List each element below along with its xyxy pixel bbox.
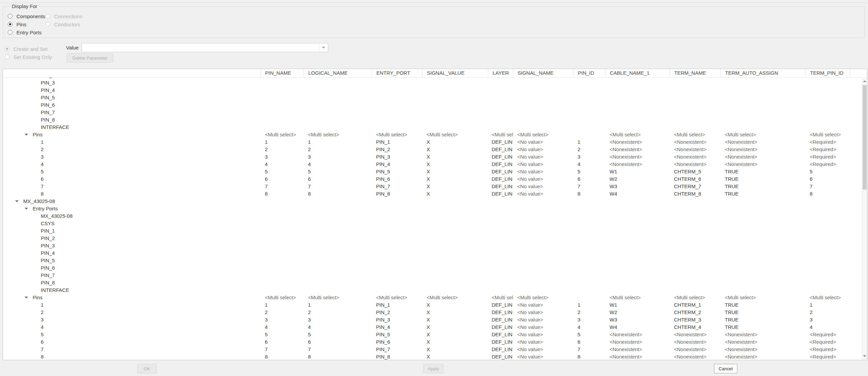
table-row[interactable]: Pins<Multi select><Multi select><Multi s… (3, 131, 862, 138)
cell-cable_name_1[interactable]: <Nonexistent> (605, 146, 670, 153)
cell-cable_name_1[interactable]: W1 (605, 301, 670, 309)
tree-node-label[interactable]: Pins (33, 131, 42, 138)
cell-pin_id[interactable]: 4 (573, 161, 605, 168)
tree-node-label[interactable]: PIN_7 (41, 272, 55, 279)
cell-pin_name[interactable]: 6 (260, 175, 304, 183)
cell-signal_name[interactable]: <No value> (513, 146, 573, 153)
cell-logical_name[interactable]: 4 (304, 161, 372, 168)
cell-term_pin_id[interactable]: <Required> (805, 338, 850, 346)
cell-layer[interactable]: DEF_LINES (488, 190, 513, 198)
tree-row[interactable]: PIN_7 (3, 109, 862, 116)
cell-pin_name[interactable]: 2 (260, 309, 304, 316)
cell-term_name[interactable]: CHTERM_4 (670, 323, 720, 331)
cell-cable_name_1[interactable]: <Nonexistent> (605, 338, 670, 346)
tree-node-label[interactable]: PIN_4 (41, 249, 55, 257)
cell-entry_port[interactable]: PIN_8 (372, 190, 422, 198)
cell-logical_name[interactable]: <Multi select> (304, 131, 372, 138)
cell-term_name[interactable]: <Nonexistent> (670, 161, 720, 168)
column-header-layer[interactable]: LAYER (488, 69, 513, 77)
tree-node-label[interactable]: 7 (41, 346, 43, 353)
cell-term_name[interactable]: <Nonexistent> (670, 331, 720, 338)
cell-entry_port[interactable]: PIN_7 (372, 183, 422, 190)
cell-signal_value[interactable]: X (422, 183, 488, 190)
cell-term_auto_assign[interactable]: <Nonexistent> (720, 161, 805, 168)
tree-row[interactable]: PIN_7 (3, 272, 862, 279)
cell-term_name[interactable]: CHTERM_2 (670, 309, 720, 316)
cell-logical_name[interactable]: 7 (304, 346, 372, 353)
table-row[interactable]: 111PIN_1XDEF_LINES<No value>1<Nonexisten… (3, 138, 862, 146)
cell-layer[interactable]: DEF_LINES (488, 316, 513, 323)
cell-term_auto_assign[interactable]: <Nonexistent> (720, 331, 805, 338)
cell-term_pin_id[interactable]: <Multi select> (805, 294, 850, 301)
cell-signal_value[interactable]: X (422, 331, 488, 338)
cell-cable_name_1[interactable]: W1 (605, 168, 670, 175)
cell-logical_name[interactable]: 7 (304, 183, 372, 190)
cell-pin_id[interactable]: 6 (573, 338, 605, 346)
cell-entry_port[interactable]: PIN_3 (372, 316, 422, 323)
cell-signal_name[interactable]: <No value> (513, 338, 573, 346)
tree-node-label[interactable]: 8 (41, 353, 43, 360)
cell-term_pin_id[interactable]: <Multi select> (805, 131, 850, 138)
cell-signal_name[interactable]: <No value> (513, 183, 573, 190)
tree-expand-icon[interactable] (25, 208, 28, 210)
cell-signal_name[interactable]: <No value> (513, 175, 573, 183)
column-header-signal_value[interactable]: SIGNAL_VALUE (422, 69, 488, 77)
cell-logical_name[interactable]: 5 (304, 331, 372, 338)
cell-entry_port[interactable]: PIN_2 (372, 309, 422, 316)
cell-layer[interactable]: DEF_LINES (488, 168, 513, 175)
tree-node-label[interactable]: PIN_3 (41, 79, 55, 87)
tree-row[interactable]: PIN_8 (3, 116, 862, 124)
cell-pin_id[interactable]: 4 (573, 323, 605, 331)
table-row[interactable]: 222PIN_2XDEF_LINES<No value>2W2CHTERM_2T… (3, 309, 862, 316)
cell-entry_port[interactable]: PIN_8 (372, 353, 422, 360)
cell-pin_name[interactable]: 6 (260, 338, 304, 346)
tree-node-label[interactable]: PIN_4 (41, 87, 55, 94)
cell-layer[interactable]: DEF_LINES (488, 146, 513, 153)
column-header-term_name[interactable]: TERM_NAME (670, 69, 720, 77)
cell-pin_id[interactable]: 7 (573, 183, 605, 190)
cell-term_name[interactable]: <Multi select> (670, 131, 720, 138)
cell-pin_name[interactable]: 5 (260, 331, 304, 338)
cell-term_auto_assign[interactable]: <Nonexistent> (720, 153, 805, 161)
tree-node-label[interactable]: 1 (41, 301, 43, 309)
cell-term_name[interactable]: CHTERM_1 (670, 301, 720, 309)
cell-pin_name[interactable]: <Multi select> (260, 294, 304, 301)
cell-pin_id[interactable]: 5 (573, 331, 605, 338)
table-row[interactable]: Pins<Multi select><Multi select><Multi s… (3, 294, 862, 301)
table-row[interactable]: 444PIN_4XDEF_LINES<No value>4<Nonexisten… (3, 161, 862, 168)
cell-layer[interactable]: DEF_LINES (488, 138, 513, 146)
cell-logical_name[interactable]: 5 (304, 168, 372, 175)
tree-row[interactable]: PIN_1 (3, 227, 862, 235)
tree-expand-icon[interactable] (25, 134, 28, 136)
cell-layer[interactable]: DEF_LINES (488, 161, 513, 168)
tree-node-label[interactable]: CSYS (41, 220, 55, 227)
cell-logical_name[interactable]: 2 (304, 309, 372, 316)
cell-pin_id[interactable]: 6 (573, 175, 605, 183)
cell-pin_name[interactable]: 7 (260, 346, 304, 353)
cell-pin_name[interactable]: <Multi select> (260, 131, 304, 138)
cell-term_name[interactable]: <Multi select> (670, 294, 720, 301)
cell-term_auto_assign[interactable]: TRUE (720, 309, 805, 316)
table-row[interactable]: 444PIN_4XDEF_LINES<No value>4W4CHTERM_4T… (3, 323, 862, 331)
value-combobox[interactable] (82, 43, 328, 52)
tree-row[interactable]: MX_43025-08 (3, 212, 862, 220)
cell-signal_name[interactable]: <No value> (513, 168, 573, 175)
cell-term_pin_id[interactable]: <Required> (805, 153, 850, 161)
cell-layer[interactable]: <Multi select> (488, 294, 513, 301)
cell-signal_name[interactable]: <No value> (513, 323, 573, 331)
cell-term_auto_assign[interactable]: <Nonexistent> (720, 353, 805, 360)
tree-row[interactable]: MX_43025-08 (3, 198, 862, 205)
cell-entry_port[interactable]: <Multi select> (372, 131, 422, 138)
cell-entry_port[interactable]: PIN_6 (372, 175, 422, 183)
cell-layer[interactable]: DEF_LINES (488, 353, 513, 360)
tree-node-label[interactable]: Pins (33, 294, 42, 301)
cell-logical_name[interactable]: 1 (304, 301, 372, 309)
table-row[interactable]: 777PIN_7XDEF_LINES<No value>7W3CHTERM_7T… (3, 183, 862, 190)
radio-components-circle[interactable] (8, 14, 12, 19)
scroll-down-button[interactable] (862, 352, 867, 360)
cell-term_pin_id[interactable]: 2 (805, 309, 850, 316)
cell-signal_value[interactable]: X (422, 146, 488, 153)
cell-signal_value[interactable]: X (422, 346, 488, 353)
cell-cable_name_1[interactable]: W3 (605, 316, 670, 323)
tree-node-label[interactable]: MX_43025-08 (23, 198, 55, 205)
